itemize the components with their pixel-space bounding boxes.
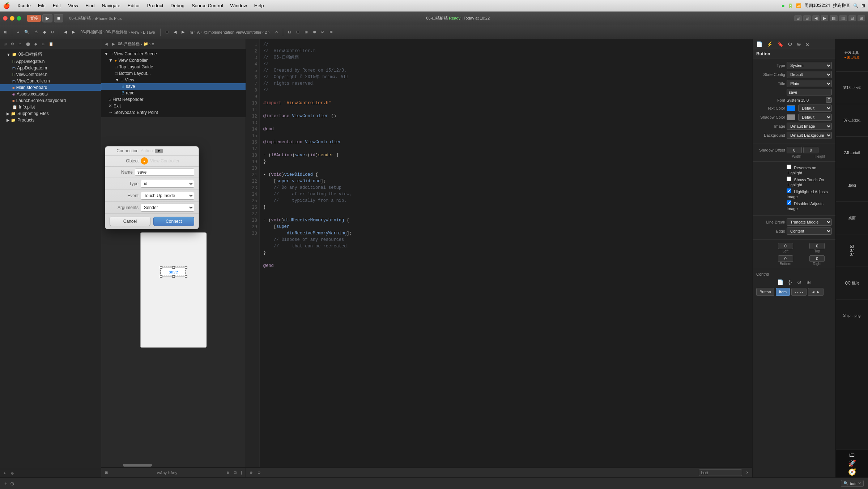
control-dashed-btn2[interactable]: ◄ ► (808, 288, 824, 296)
menu-editor[interactable]: Editor (125, 2, 143, 9)
tree-item-appdelegate-m[interactable]: m AppDelegate.m (0, 65, 101, 71)
editor-bc-impl[interactable]: @implementation ViewController (203, 30, 261, 34)
inset-right-input[interactable] (809, 255, 825, 262)
edge-select[interactable]: Content (787, 228, 832, 235)
bc-item[interactable]: ≡ (152, 42, 154, 46)
safari-icon[interactable]: 🧭 (848, 468, 856, 476)
reverses-checkbox[interactable] (787, 165, 791, 169)
type-select[interactable]: System (787, 62, 832, 69)
dialog-arguments-select[interactable]: Sender (141, 204, 194, 212)
close-button[interactable] (3, 16, 8, 21)
shadow-color-select[interactable]: Default (798, 114, 832, 121)
button-name-input[interactable] (787, 89, 832, 95)
layout-btn3[interactable]: ⊟ (848, 15, 856, 21)
menu-xcode[interactable]: Xcode (14, 2, 34, 9)
cancel-button[interactable]: Cancel (110, 217, 150, 226)
add-group-btn[interactable]: + (2, 471, 7, 476)
maximize-button[interactable] (17, 16, 21, 21)
run-button[interactable]: ▶ (42, 14, 52, 22)
tree-item-infoplist[interactable]: 📋 Info.plist (0, 104, 101, 110)
tree-products[interactable]: ▶ 📁 Products (0, 117, 101, 123)
shadow-color-swatch[interactable] (787, 114, 795, 120)
scene-first-responder[interactable]: ○ First Responder (101, 96, 246, 103)
editor-bc-m[interactable]: m (190, 30, 193, 34)
code-area[interactable]: // // ViewController.m // 06-归档解档 // // … (260, 39, 752, 467)
fwd-btn3[interactable]: ▶ (180, 29, 186, 35)
shadow-h-input[interactable] (803, 147, 818, 153)
text-color-select[interactable]: Default (798, 105, 832, 112)
statusbar-clear-btn[interactable]: ✕ (858, 481, 861, 486)
control-center-icon[interactable]: ⊞ (861, 3, 865, 8)
add-file-btn[interactable]: + (15, 29, 21, 35)
shadow-w-input[interactable] (787, 147, 802, 153)
control-dashed-btn1[interactable]: - - - - (791, 288, 807, 296)
editor-nav-btn[interactable]: ⊙ (256, 470, 262, 475)
breadcrumb-item[interactable]: 06-归档解档 (106, 29, 127, 35)
text-color-swatch[interactable] (787, 105, 795, 111)
scene-header-item[interactable]: ▼ □ View Controller Scene (101, 51, 246, 57)
inspector-tab-quick[interactable]: ⚡ (765, 41, 774, 48)
back-btn2[interactable]: ◀ (62, 29, 69, 35)
scene-exit[interactable]: ✕ Exit (101, 103, 246, 109)
nav-log-btn[interactable]: 📋 (47, 41, 55, 47)
storyboard-scrollbar[interactable] (101, 463, 246, 467)
tree-item-main-storyboard[interactable]: ■ Main.storyboard (0, 84, 101, 91)
menu-navigate[interactable]: Navigate (99, 2, 123, 9)
dialog-event-select[interactable]: Touch Up Inside (141, 192, 194, 200)
dock-item-qq[interactable]: QQ 框架 (836, 267, 868, 299)
breadcrumb-item[interactable]: View (131, 30, 140, 34)
dock-item-13[interactable]: 第13...业框 (836, 72, 868, 104)
menu-edit[interactable]: Edit (50, 2, 64, 9)
search-icon[interactable]: 🔍 (853, 3, 859, 8)
tree-item-assets[interactable]: ◈ Assets.xcassets (0, 91, 101, 97)
nav-issues-btn[interactable]: ⚠ (17, 41, 23, 47)
disabled-adjusts-checkbox[interactable] (787, 200, 791, 205)
dock-item-07[interactable]: 07-...(优化 (836, 104, 868, 137)
state-select[interactable]: Default (787, 71, 832, 78)
inset-top-input[interactable] (809, 243, 825, 249)
bc-item[interactable]: 06-归档解档 (118, 41, 140, 47)
title-select[interactable]: Plain (787, 80, 832, 87)
file-search-btn[interactable]: 🔍 (22, 29, 31, 35)
tree-item-appdelegate-h[interactable]: h AppDelegate.h (0, 58, 101, 65)
nav-debug-btn[interactable]: ◆ (33, 41, 39, 47)
forward-btn[interactable]: ▶ (821, 15, 828, 21)
history-btn[interactable]: ⊙ (49, 29, 56, 35)
inspector-tab-connections[interactable]: ⊗ (804, 41, 811, 48)
close-tab-btn[interactable]: ✕ (273, 29, 280, 35)
menu-find[interactable]: Find (82, 2, 97, 9)
canvas-pin-btn[interactable]: | (239, 470, 243, 475)
menu-product[interactable]: Product (144, 2, 166, 9)
minimize-button[interactable] (10, 16, 14, 21)
dock-item-tproj[interactable]: .tproj (836, 169, 868, 202)
control-icon-2[interactable]: {} (787, 278, 793, 286)
control-button-btn[interactable]: Button (756, 288, 774, 296)
scene-bottom-guide[interactable]: □ Bottom Layout... (101, 70, 246, 77)
breadcrumb-item[interactable]: 06-归档解档 (80, 29, 102, 35)
bc-item[interactable]: 📁 (143, 42, 148, 46)
inspector-tab-attributes[interactable]: ⚙ (786, 41, 794, 48)
tree-item-viewcontroller-h[interactable]: h ViewController.h (0, 71, 101, 78)
statusbar-add-btn[interactable]: + (4, 481, 7, 486)
connect-button[interactable]: Connect (153, 217, 194, 226)
sb-fwd-btn[interactable]: ▶ (111, 41, 116, 47)
canvas-add-constraint-btn[interactable]: ⊞ (103, 470, 109, 475)
image-select[interactable]: Default Image (787, 123, 832, 130)
editor-add-btn[interactable]: ⊕ (248, 470, 254, 475)
stop-button[interactable]: ■ (54, 14, 63, 22)
dialog-name-input[interactable] (135, 169, 194, 176)
back-btn[interactable]: ◀ (812, 15, 820, 21)
inspector-tab-identity[interactable]: 🔖 (776, 41, 785, 48)
nav-filter-btn[interactable]: ⊞ (2, 41, 8, 47)
canvas-zoom-btn[interactable]: ⊡ (232, 470, 238, 475)
inspector-btn6[interactable]: ⊗ (328, 29, 335, 35)
inspector-btn5[interactable]: ⊘ (319, 29, 326, 35)
fwd-btn2[interactable]: ▶ (70, 29, 77, 35)
linebreak-select[interactable]: Truncate Middle (787, 218, 832, 226)
sb-back-btn[interactable]: ◀ (103, 41, 109, 47)
back-btn3[interactable]: ◀ (172, 29, 178, 35)
scene-read-btn[interactable]: B read (101, 90, 246, 96)
menu-source-control[interactable]: Source Control (189, 2, 226, 9)
dock-item-devtools[interactable]: 开发工具 ● 未...视频 (836, 39, 868, 72)
warning-btn[interactable]: ⚠ (33, 29, 40, 35)
